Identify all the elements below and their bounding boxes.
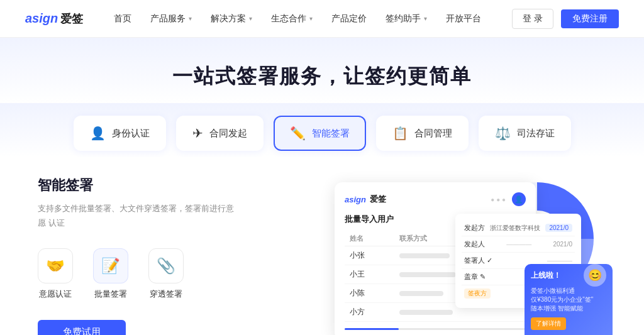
send-icon: ✈ (192, 126, 203, 141)
nav-products[interactable]: 产品服务 ▾ (143, 9, 199, 28)
sidebar-label: 发起方 (464, 223, 485, 233)
content-left: 智能签署 支持多文件批量签署、大文件穿透签署，签署前进行意愿 认证 🤝 意愿认证… (38, 176, 239, 335)
nav-assistant[interactable]: 签约助手 ▾ (378, 9, 435, 28)
tab-contract-manage-label: 合同管理 (414, 128, 452, 140)
sidebar-label: 签署人 ✓ (464, 256, 492, 265)
tab-contract-manage[interactable]: 📋 合同管理 (376, 116, 469, 151)
chevron-down-icon: ▾ (309, 15, 313, 22)
header-actions: 登 录 免费注册 (512, 9, 619, 29)
promo-card: 上线啦！ 😊 爱签小微福利通 仅¥380元为小企业"签" 随本增强 智能赋能 了… (525, 264, 613, 335)
content-section: 智能签署 支持多文件批量签署、大文件穿透签署，签署前进行意愿 认证 🤝 意愿认证… (0, 157, 644, 335)
feature-icons: 🤝 意愿认证 📝 批量签署 📎 穿透签署 (38, 248, 239, 300)
section-desc: 支持多文件批量签署、大文件穿透签署，签署前进行意愿 认证 (38, 201, 239, 231)
chevron-down-icon: ▾ (249, 15, 252, 22)
sidebar-row: 发起人 ———— 2021/0 (462, 236, 575, 253)
tab-contract-send[interactable]: ✈ 合同发起 (176, 116, 264, 151)
mockup-logo-zh: 爱签 (370, 194, 386, 205)
intent-icon: 🤝 (46, 257, 65, 275)
main-nav: 首页 产品服务 ▾ 解决方案 ▾ 生态合作 ▾ 产品定价 签约助手 ▾ 开放平台 (106, 9, 489, 28)
tab-identity-label: 身份认证 (112, 128, 150, 140)
tab-smart-sign-label: 智能签署 (312, 128, 350, 140)
nav-ecosystem[interactable]: 生态合作 ▾ (264, 9, 320, 28)
intent-icon-box: 🤝 (38, 248, 73, 283)
batch-label: 批量签署 (94, 288, 127, 300)
promo-title: 上线啦！ (531, 270, 561, 281)
identity-icon: 👤 (90, 126, 106, 141)
mockup-header: asign 爱签 ● ● ● 👤 (345, 192, 526, 206)
intent-label: 意愿认证 (39, 288, 72, 300)
feature-batch[interactable]: 📝 批量签署 (93, 248, 128, 300)
promo-button[interactable]: 了解详情 (531, 317, 566, 330)
chevron-down-icon: ▾ (424, 15, 427, 22)
feature-tabs: 👤 身份认证 ✈ 合同发起 ✏️ 智能签署 📋 合同管理 ⚖️ 司法存证 (0, 103, 644, 157)
nav-home[interactable]: 首页 (106, 9, 139, 28)
batch-icon-box: 📝 (93, 248, 128, 283)
login-button[interactable]: 登 录 (512, 9, 553, 29)
through-label: 穿透签署 (150, 288, 182, 300)
logo[interactable]: asign 爱签 (25, 11, 83, 26)
promo-subtitle: 爱签小微福利通 仅¥380元为小企业"签" 随本增强 智能赋能 (531, 287, 606, 313)
mockup-logo: asign (345, 195, 366, 204)
nav-open-platform[interactable]: 开放平台 (438, 9, 489, 28)
sidebar-label: 盖章 ✎ (464, 272, 486, 282)
hero-section: 一站式签署服务，让签约更简单 (0, 38, 644, 103)
row-name: 小王 (345, 265, 394, 284)
sidebar-row: 发起方 浙江爱签数字科技 2021/0 (462, 220, 575, 236)
content-right: ● asign 爱签 ● ● ● 👤 批量导入用户 姓名 联系方式 (264, 176, 606, 335)
tab-judicial-label: 司法存证 (517, 128, 555, 140)
status-badge: 签夜方 (464, 288, 491, 299)
col-header-name: 姓名 (345, 231, 394, 246)
through-icon: 📎 (157, 257, 175, 275)
hero-title: 一站式签署服务，让签约更简单 (0, 63, 644, 91)
chevron-down-icon: ▾ (189, 15, 192, 22)
tab-smart-sign[interactable]: ✏️ 智能签署 (274, 116, 366, 151)
section-title: 智能签署 (38, 176, 239, 195)
free-trial-button[interactable]: 免费试用 (38, 320, 126, 335)
through-icon-box: 📎 (148, 248, 184, 283)
row-name: 小方 (345, 303, 394, 322)
judicial-icon: ⚖️ (495, 126, 511, 141)
sidebar-label: 发起人 (464, 239, 485, 249)
tab-contract-send-label: 合同发起 (209, 128, 247, 140)
nav-solutions[interactable]: 解决方案 ▾ (203, 9, 260, 28)
feature-intent[interactable]: 🤝 意愿认证 (38, 248, 73, 300)
feature-through[interactable]: 📎 穿透签署 (148, 248, 184, 300)
row-name: 小张 (345, 246, 394, 265)
sign-icon: ✏️ (290, 126, 306, 141)
status-badge: 2021/0 (545, 224, 572, 232)
batch-icon: 📝 (101, 257, 120, 275)
tab-identity[interactable]: 👤 身份认证 (74, 116, 166, 151)
register-button[interactable]: 免费注册 (561, 9, 619, 28)
logo-zh: 爱签 (60, 11, 83, 26)
promo-avatar: 😊 (584, 264, 606, 287)
tab-judicial[interactable]: ⚖️ 司法存证 (479, 116, 571, 151)
nav-pricing[interactable]: 产品定价 (324, 9, 374, 28)
manage-icon: 📋 (392, 126, 408, 141)
header: asign 爱签 首页 产品服务 ▾ 解决方案 ▾ 生态合作 ▾ 产品定价 签约… (0, 0, 644, 38)
row-name: 小陈 (345, 284, 394, 303)
logo-icon: asign (25, 11, 58, 26)
